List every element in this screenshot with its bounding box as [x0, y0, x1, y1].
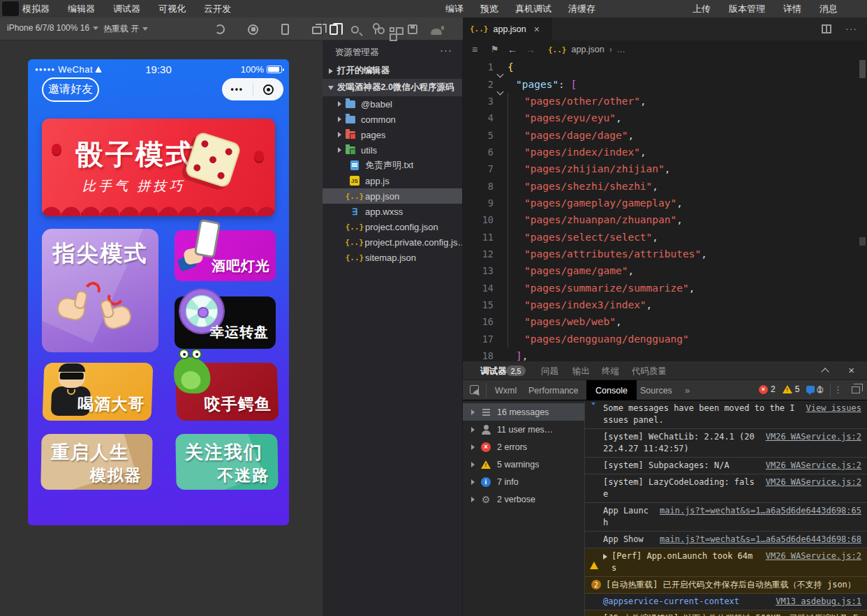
split-editor-icon[interactable]: [822, 24, 831, 33]
console-filter-info[interactable]: i7 info: [463, 473, 584, 490]
fingertip-mode-card[interactable]: 指尖模式: [42, 229, 158, 352]
menu-item[interactable]: 模拟器: [22, 3, 50, 15]
restart-life-card[interactable]: 重启人生 模拟器: [40, 434, 152, 490]
file-row-common[interactable]: common: [323, 112, 462, 127]
tab-terminal[interactable]: 终端: [602, 366, 619, 377]
undock-icon[interactable]: [852, 386, 860, 393]
device-icon[interactable]: [281, 24, 289, 35]
menu-item[interactable]: 真机调试: [515, 3, 551, 15]
source-link[interactable]: VM26 WAService.js:2: [766, 431, 861, 443]
lucky-wheel-card[interactable]: 幸运转盘: [175, 296, 276, 349]
more-actions-icon[interactable]: ···: [440, 44, 452, 56]
more-tabs-icon[interactable]: »: [685, 385, 690, 396]
menu-item[interactable]: 编辑器: [68, 3, 95, 15]
extensions-icon[interactable]: [390, 27, 394, 32]
open-editors-row[interactable]: 打开的编辑器: [323, 63, 462, 79]
file-row-@babel[interactable]: @babel: [323, 96, 462, 112]
source-link[interactable]: VM26 WAService.js:2: [766, 460, 861, 472]
menu-item[interactable]: 云开发: [204, 3, 231, 15]
refresh-icon[interactable]: [215, 24, 225, 34]
source-link[interactable]: VM26 WAService.js:2: [766, 476, 861, 488]
indent: [516, 177, 524, 194]
kebab-menu-icon[interactable]: ⋮: [833, 384, 843, 395]
menu-item[interactable]: 清缓存: [568, 3, 595, 15]
tab-code-quality[interactable]: 代码质量: [632, 366, 667, 377]
source-link[interactable]: main.js?t=wechat&s=1…a6a5d6de6443d698:65: [660, 505, 861, 517]
error-count[interactable]: ×2: [759, 384, 776, 394]
code-line: 11"pages/select/select",: [463, 228, 867, 245]
close-icon[interactable]: ×: [534, 24, 540, 35]
editor-scrollbar[interactable]: [859, 60, 866, 78]
more-menu-icon[interactable]: •••: [222, 84, 253, 94]
menu-item[interactable]: 详情: [783, 3, 801, 15]
device-selector[interactable]: iPhone 6/7/8 100% 16: [7, 23, 98, 33]
bite-crocodile-card[interactable]: 咬手鳄鱼: [175, 363, 279, 421]
search-icon[interactable]: [351, 26, 359, 33]
tab-problems[interactable]: 问题: [541, 366, 558, 377]
source-link[interactable]: View issues: [806, 403, 861, 414]
menu-item[interactable]: 上传: [692, 3, 711, 15]
tab-console[interactable]: Console: [586, 380, 637, 400]
more-actions-icon[interactable]: ···: [845, 23, 857, 34]
code-area[interactable]: 1{2"pages": [3"pages/other/other",4"page…: [463, 59, 867, 361]
tab-app-json[interactable]: {..} app.json ×: [463, 17, 552, 40]
file-row-app.js[interactable]: JSapp.js: [323, 173, 462, 188]
git-branch-icon[interactable]: [375, 24, 376, 34]
battery-icon: [267, 66, 282, 73]
menu-item[interactable]: 可视化: [158, 3, 186, 15]
file-row-app.json[interactable]: {..}app.json: [323, 188, 462, 204]
tab-sources[interactable]: Sources: [639, 380, 674, 400]
follow-us-card[interactable]: 关注我们 不迷路: [175, 434, 278, 490]
chevron-up-icon[interactable]: [821, 368, 829, 375]
file-row-project.private.config.js[interactable]: {..}project.private.config.js…: [323, 234, 462, 250]
sidebar-filter-label: 11 user mes…: [497, 425, 553, 435]
menu-item[interactable]: 消息: [820, 3, 838, 15]
back-icon[interactable]: ←: [507, 44, 517, 55]
tab-output[interactable]: 输出: [572, 366, 590, 377]
breadcrumb-file[interactable]: app.json: [572, 45, 605, 54]
warning-count[interactable]: 5: [783, 384, 800, 394]
invite-friends-button[interactable]: 邀请好友: [42, 77, 99, 102]
file-row-sitemap.json[interactable]: {..}sitemap.json: [323, 250, 462, 265]
close-circle-icon[interactable]: [253, 84, 284, 95]
project-root-row[interactable]: 发喝酒神器2.0微信小程序源码: [323, 79, 462, 96]
save-icon[interactable]: [408, 24, 417, 34]
menu-item[interactable]: 预览: [480, 3, 498, 15]
file-row-project.config.json[interactable]: {..}project.config.json: [323, 219, 462, 234]
console-filter-error[interactable]: ×2 errors: [463, 438, 584, 456]
console-filter-verbose[interactable]: ⚙2 verbose: [463, 490, 584, 508]
settings-gear-icon[interactable]: ⚙: [815, 385, 824, 395]
stop-icon[interactable]: [248, 24, 258, 35]
file-row-utils[interactable]: utils: [323, 142, 462, 158]
source-link[interactable]: VM13 asdebug.js:1: [776, 596, 861, 608]
console-filter-warning[interactable]: 5 warnings: [463, 456, 584, 473]
inspect-icon[interactable]: [470, 385, 479, 394]
drinking-brother-card[interactable]: 喝酒大哥: [43, 363, 154, 421]
menu-item[interactable]: 调试器: [113, 3, 140, 15]
source-link[interactable]: main.js?t=wechat&s=1…a6a5d6de6443d698:68: [660, 534, 861, 546]
menu-item[interactable]: 版本管理: [729, 3, 765, 15]
forward-icon[interactable]: →: [526, 44, 535, 55]
file-row-.txt[interactable]: 免责声明.txt: [323, 158, 462, 173]
console-filter-list[interactable]: 16 messages: [463, 403, 584, 421]
plugin-whale-icon[interactable]: [431, 29, 442, 35]
file-row-pages[interactable]: pages: [323, 127, 462, 142]
outline-icon[interactable]: ≡: [472, 44, 477, 55]
dice-mode-banner[interactable]: 骰子模式 比手气 拼技巧: [42, 119, 275, 216]
console-filter-user[interactable]: 11 user mes…: [463, 421, 584, 438]
menu-item[interactable]: 编译: [445, 3, 464, 15]
tab-wxml[interactable]: Wxml: [494, 380, 518, 400]
tab-performance[interactable]: Performance: [527, 380, 580, 400]
multi-window-icon[interactable]: [312, 27, 322, 34]
hot-reload-toggle[interactable]: 热重载 开: [103, 23, 148, 35]
source-link[interactable]: VM26 WAService.js:2: [766, 550, 861, 562]
expand-caret-icon[interactable]: [603, 554, 607, 559]
tab-debugger[interactable]: 调试器: [480, 366, 507, 377]
file-row-app.wxss[interactable]: ∃app.wxss: [323, 204, 462, 219]
bar-light-card[interactable]: 酒吧灯光: [175, 230, 276, 281]
file-list: @babelcommonpagesutils免责声明.txtJSapp.js{.…: [323, 96, 462, 265]
miniprogram-capsule[interactable]: •••: [222, 78, 283, 100]
close-icon[interactable]: ×: [848, 364, 854, 376]
explorer-icon[interactable]: [329, 24, 338, 35]
bookmark-icon[interactable]: ⚑: [491, 44, 499, 54]
